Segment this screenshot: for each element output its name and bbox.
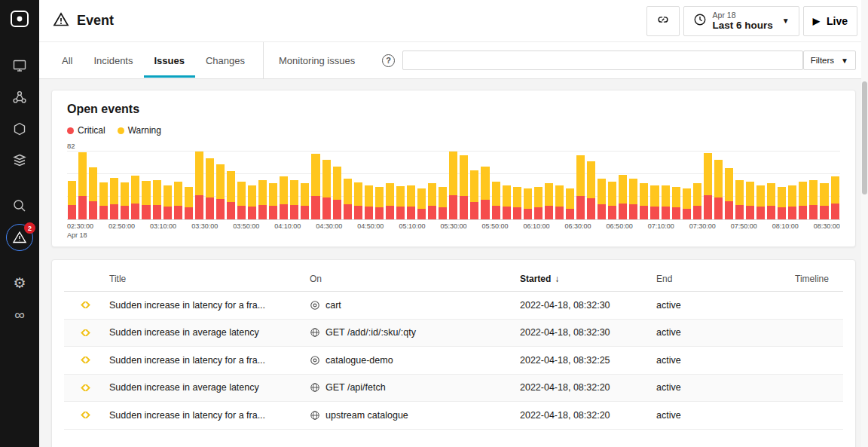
chart-bar[interactable] [714, 151, 723, 219]
scrollbar-track[interactable] [861, 0, 868, 447]
chart-bar[interactable] [237, 151, 246, 219]
chart-bar[interactable] [375, 151, 384, 219]
table-row[interactable]: Sudden increase in latency for a fra...c… [64, 292, 843, 320]
chart-bar[interactable] [809, 151, 818, 219]
chart-bar[interactable] [290, 151, 298, 219]
chart-bar[interactable] [99, 151, 108, 219]
chart-bar[interactable] [365, 151, 373, 219]
chart-bar[interactable] [640, 151, 648, 219]
chart-bar[interactable] [629, 151, 637, 219]
chart-bar[interactable] [513, 151, 521, 219]
column-end[interactable]: End [653, 274, 792, 284]
chart-bar[interactable] [534, 151, 542, 219]
chart-bar[interactable] [396, 151, 405, 219]
chart-bar[interactable] [142, 151, 150, 219]
chart-bar[interactable] [555, 151, 564, 219]
filters-button[interactable]: Filters ▼ [803, 51, 856, 70]
events-icon[interactable]: 2 [6, 224, 33, 251]
tab-incidents[interactable]: Incidents [83, 44, 143, 78]
tab-issues[interactable]: Issues [144, 44, 195, 78]
event-title[interactable]: Sudden increase in latency for a fra... [106, 355, 307, 366]
chart-bar[interactable] [333, 151, 341, 219]
chart-bar[interactable] [598, 151, 606, 219]
chart-bar[interactable] [662, 151, 670, 219]
event-title[interactable]: Sudden increase in average latency [106, 382, 307, 393]
tab-all[interactable]: All [51, 44, 83, 78]
chart-bar[interactable] [566, 151, 574, 219]
chart-bar[interactable] [545, 151, 553, 219]
settings-icon[interactable]: ⚙ [6, 269, 33, 296]
chart-bar[interactable] [89, 151, 97, 219]
chart-bar[interactable] [269, 151, 277, 219]
event-title[interactable]: Sudden increase in average latency [106, 327, 307, 338]
chart-bar[interactable] [216, 151, 225, 219]
chart-bar[interactable] [227, 151, 235, 219]
chart-bar[interactable] [68, 151, 76, 219]
chart-bar[interactable] [311, 151, 319, 219]
chart-bar[interactable] [344, 151, 352, 219]
live-button[interactable]: ▶ Live [803, 6, 857, 36]
chart-bar[interactable] [524, 151, 532, 219]
infrastructure-icon[interactable] [6, 147, 33, 174]
chart-bar[interactable] [174, 151, 182, 219]
chart-bar[interactable] [746, 151, 754, 219]
column-on[interactable]: On [307, 274, 517, 284]
chart-bar[interactable] [121, 151, 129, 219]
chart-bar[interactable] [460, 151, 468, 219]
automation-icon[interactable]: ∞ [6, 301, 33, 328]
chart-bar[interactable] [449, 151, 457, 219]
search-input[interactable] [402, 51, 803, 70]
chart-bar[interactable] [258, 151, 267, 219]
services-icon[interactable] [6, 115, 33, 142]
time-range-picker[interactable]: Apr 18 Last 6 hours ▼ [683, 6, 799, 36]
event-on[interactable]: GET /api/fetch [307, 382, 517, 393]
chart-bar[interactable] [820, 151, 828, 219]
share-link-button[interactable] [646, 6, 680, 36]
websites-icon[interactable] [6, 52, 33, 79]
column-title[interactable]: Title [106, 274, 307, 284]
chart-bar[interactable] [301, 151, 309, 219]
help-icon[interactable]: ? [382, 54, 395, 67]
chart-bar[interactable] [650, 151, 659, 219]
event-on[interactable]: upstream catalogue [307, 410, 517, 421]
chart-bar[interactable] [693, 151, 701, 219]
table-row[interactable]: Sudden increase in average latencyGET /a… [64, 320, 843, 347]
chart-bar[interactable] [195, 151, 203, 219]
chart-bar[interactable] [503, 151, 511, 219]
scrollbar-thumb[interactable] [862, 81, 867, 194]
chart-bar[interactable] [683, 151, 691, 219]
chart-bar[interactable] [492, 151, 500, 219]
chart-bar[interactable] [322, 151, 331, 219]
chart-bar[interactable] [153, 151, 161, 219]
tab-changes[interactable]: Changes [195, 44, 255, 78]
event-title[interactable]: Sudden increase in latency for a fra... [106, 410, 307, 421]
chart-bar[interactable] [407, 151, 415, 219]
chart-bar[interactable] [110, 151, 118, 219]
event-title[interactable]: Sudden increase in latency for a fra... [106, 300, 307, 311]
chart-bar[interactable] [206, 151, 214, 219]
table-row[interactable]: Sudden increase in average latencyGET /a… [64, 375, 843, 403]
analytics-icon[interactable] [6, 192, 33, 219]
event-on[interactable]: catalogue-demo [307, 355, 517, 366]
chart-bar[interactable] [756, 151, 765, 219]
chart-bar[interactable] [439, 151, 447, 219]
chart-bar[interactable] [672, 151, 680, 219]
tab-monitoring-issues[interactable]: Monitoring issues [268, 44, 365, 78]
event-on[interactable]: GET /add/:id/:sku/:qty [307, 327, 517, 338]
chart-bar[interactable] [354, 151, 362, 219]
chart-bar[interactable] [788, 151, 796, 219]
chart-bar[interactable] [78, 151, 87, 219]
applications-icon[interactable] [6, 84, 33, 111]
chart-bar[interactable] [767, 151, 775, 219]
event-on[interactable]: cart [307, 300, 517, 311]
chart-bar[interactable] [131, 151, 139, 219]
chart-bar[interactable] [386, 151, 394, 219]
chart-bar[interactable] [481, 151, 489, 219]
table-row[interactable]: Sudden increase in latency for a fra...u… [64, 402, 843, 430]
chart-bar[interactable] [619, 151, 627, 219]
chart-bar[interactable] [417, 151, 426, 219]
chart-bar[interactable] [704, 151, 712, 219]
app-logo[interactable] [8, 8, 31, 30]
chart-bar[interactable] [428, 151, 436, 219]
chart-bar[interactable] [470, 151, 478, 219]
